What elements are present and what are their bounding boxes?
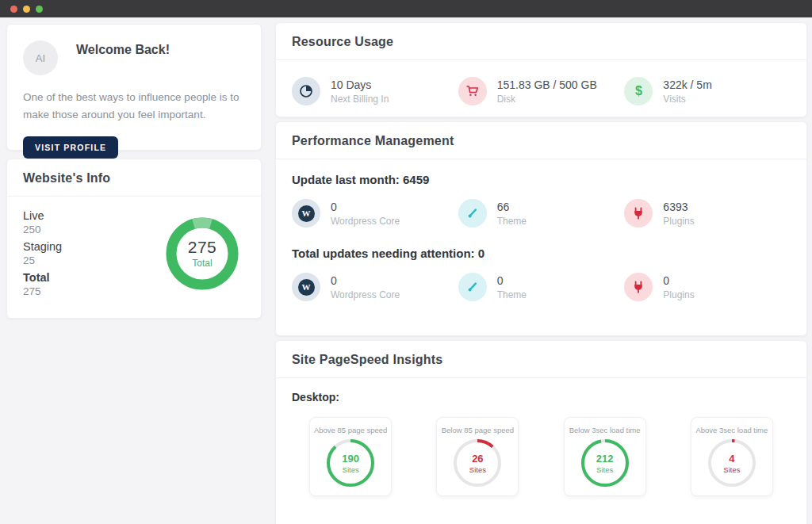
close-window-button[interactable]	[10, 6, 17, 13]
stat-visits: $ 322k / 5m Visits	[624, 77, 791, 105]
minimize-window-button[interactable]	[23, 6, 30, 13]
plugins-updated-value: 6393	[663, 201, 694, 213]
welcome-card: AI Welcome Back! One of the best ways to…	[6, 24, 262, 151]
zoom-window-button[interactable]	[36, 6, 43, 13]
mini-card-above-85: Above 85 page speed 190 Sites	[309, 417, 392, 496]
stat-disk: 151.83 GB / 500 GB Disk	[458, 77, 625, 105]
mini-card-unit: Sites	[343, 465, 359, 474]
mini-card-below-85: Below 85 page speed 26 Sites	[436, 417, 519, 496]
stat-plugins-updated: 6393 Plugins	[624, 199, 791, 228]
website-info-title: Website's Info	[7, 159, 261, 197]
pagespeed-insights-card: Site PageSpeed Insights Desktop: Above 8…	[275, 340, 807, 524]
disk-label: Disk	[497, 94, 597, 105]
website-info-card: Website's Info Live 250 Staging 25 Total…	[6, 159, 262, 319]
wp-core-pending-label: Wordpress Core	[331, 289, 400, 300]
dollar-icon: $	[624, 77, 653, 105]
disk-value: 151.83 GB / 500 GB	[497, 78, 597, 91]
mini-donut-chart: 4 Sites	[707, 438, 756, 488]
visit-profile-button[interactable]: VISIT PROFILE	[23, 136, 118, 159]
mini-donut-chart: 190 Sites	[326, 438, 375, 488]
plugins-updated-label: Plugins	[663, 216, 694, 227]
stat-plugins-pending: 0 Plugins	[624, 273, 791, 301]
sites-donut-chart: 275 Total	[166, 217, 239, 290]
mini-card-label: Above 85 page speed	[310, 426, 391, 434]
pagespeed-mini-cards: Above 85 page speed 190 Sites Below 85	[276, 417, 806, 496]
pagespeed-title: Site PageSpeed Insights	[276, 341, 806, 378]
pie-chart-icon	[292, 77, 320, 105]
donut-center-label: Total	[192, 258, 212, 269]
avatar: AI	[23, 40, 58, 75]
stat-next-billing: 10 Days Next Billing In	[292, 77, 458, 105]
wp-core-pending-value: 0	[331, 274, 400, 287]
donut-center-value: 275	[188, 238, 217, 257]
stat-theme-updated: 66 Theme	[458, 199, 625, 228]
resource-usage-title: Resource Usage	[276, 23, 806, 60]
theme-pending-label: Theme	[497, 289, 527, 300]
paintbrush-icon	[458, 273, 487, 301]
wp-core-updated-label: Wordpress Core	[331, 216, 400, 227]
stat-staging-label: Staging	[23, 240, 62, 253]
wordpress-icon: W	[292, 199, 320, 228]
stat-live-value: 250	[23, 224, 62, 235]
window-titlebar	[0, 0, 812, 17]
paintbrush-icon	[458, 199, 487, 228]
stat-total-value: 275	[23, 285, 62, 297]
welcome-quote: One of the best ways to influence people…	[23, 89, 245, 123]
mini-card-unit: Sites	[469, 465, 486, 474]
performance-title: Performance Management	[276, 122, 806, 159]
mini-card-label: Above 3sec load time	[691, 426, 772, 434]
mini-donut-chart: 212 Sites	[580, 438, 630, 488]
theme-updated-label: Theme	[497, 216, 527, 227]
stat-staging-value: 25	[23, 254, 62, 266]
plug-icon	[624, 273, 653, 301]
visits-value: 322k / 5m	[663, 78, 711, 91]
next-billing-value: 10 Days	[331, 78, 389, 91]
mini-card-above-3sec: Above 3sec load time 4 Sites	[691, 417, 773, 496]
theme-updated-value: 66	[497, 201, 527, 213]
stat-wp-core-updated: W 0 Wordpress Core	[292, 199, 458, 228]
performance-management-card: Performance Management Update last month…	[275, 121, 807, 336]
desktop-subtitle: Desktop:	[276, 391, 806, 404]
mini-card-unit: Sites	[723, 465, 740, 474]
updates-last-month-heading: Update last month: 6459	[276, 173, 806, 186]
plug-icon	[624, 199, 653, 228]
theme-pending-value: 0	[497, 274, 527, 287]
welcome-title: Welcome Back!	[76, 43, 170, 57]
stat-total: Total 275	[23, 271, 62, 297]
stat-theme-pending: 0 Theme	[458, 273, 625, 301]
mini-card-unit: Sites	[596, 465, 613, 474]
stat-live-label: Live	[23, 209, 62, 222]
right-column: Resource Usage 10 Days Next Billing In	[275, 22, 807, 524]
left-column: AI Welcome Back! One of the best ways to…	[6, 22, 262, 327]
stat-live: Live 250	[23, 209, 62, 235]
stat-total-label: Total	[23, 271, 62, 284]
mini-card-value: 190	[342, 453, 359, 465]
plugins-pending-value: 0	[663, 274, 694, 287]
resource-usage-card: Resource Usage 10 Days Next Billing In	[275, 22, 807, 117]
website-stats-list: Live 250 Staging 25 Total 275	[23, 209, 62, 297]
stat-staging: Staging 25	[23, 240, 62, 266]
visits-label: Visits	[663, 94, 711, 105]
next-billing-label: Next Billing In	[331, 94, 389, 105]
mini-card-label: Below 3sec load time	[565, 426, 645, 434]
dashboard-content: AI Welcome Back! One of the best ways to…	[0, 17, 812, 524]
stat-wp-core-pending: W 0 Wordpress Core	[292, 273, 458, 301]
wp-core-updated-value: 0	[331, 201, 400, 213]
updates-needing-attention-heading: Total updates needing attention: 0	[276, 247, 806, 260]
plugins-pending-label: Plugins	[663, 289, 694, 300]
cart-icon	[458, 77, 487, 105]
mini-card-value: 212	[596, 453, 614, 465]
mini-card-value: 4	[729, 453, 734, 465]
mini-card-below-3sec: Below 3sec load time 212 Sites	[564, 417, 646, 496]
mini-card-value: 26	[472, 453, 483, 465]
mini-donut-chart: 26 Sites	[453, 438, 502, 488]
avatar-initials: AI	[36, 52, 45, 64]
wordpress-icon: W	[292, 273, 320, 301]
mini-card-label: Below 85 page speed	[437, 426, 518, 434]
